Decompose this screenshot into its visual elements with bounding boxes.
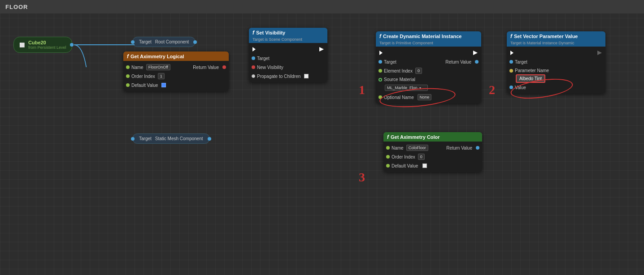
color-return-pin[interactable] bbox=[476, 146, 479, 150]
vector-param-pin[interactable] bbox=[509, 69, 513, 73]
get-axim-logical-header: f Get Aximmetry Logical bbox=[123, 52, 229, 61]
vector-target-label: Target bbox=[515, 60, 527, 64]
set-vector-param-node[interactable]: f Set Vector Parameter Value Target is M… bbox=[507, 31, 605, 94]
create-dyn-material-node[interactable]: f Create Dynamic Material Instance Targe… bbox=[376, 31, 481, 103]
visibility-exec-row bbox=[249, 45, 327, 54]
get-axim-logical-node[interactable]: f Get Aximmetry Logical Name FloorOnOff … bbox=[123, 52, 229, 91]
mesh-component-label: Static Mesh Component bbox=[155, 136, 203, 141]
color-name-value[interactable]: ColoFloor bbox=[406, 145, 428, 151]
vector-value-label: Value bbox=[515, 85, 526, 90]
mesh-target-label: Target bbox=[139, 136, 152, 141]
dyn-source-dropdown[interactable]: ML_Marble_Floo bbox=[385, 85, 428, 91]
visibility-new-row: New Visibility bbox=[249, 63, 327, 72]
set-visibility-subtitle: Target is Scene Component bbox=[249, 37, 327, 43]
root-target-label: Target bbox=[139, 39, 152, 44]
dyn-exec-in[interactable] bbox=[379, 51, 384, 55]
dyn-element-value[interactable]: 0 bbox=[415, 68, 422, 74]
dyn-target-pin[interactable] bbox=[379, 60, 382, 64]
create-dyn-title: Create Dynamic Material Instance bbox=[383, 34, 461, 39]
vector-param-label: Parameter Name bbox=[515, 68, 549, 73]
color-name-pin[interactable] bbox=[386, 146, 390, 150]
visibility-exec-in[interactable] bbox=[252, 47, 257, 52]
visibility-exec-out[interactable] bbox=[319, 47, 324, 52]
static-mesh-node[interactable]: Target Static Mesh Component bbox=[132, 133, 210, 144]
dyn-return-pin[interactable] bbox=[475, 60, 479, 64]
visibility-propagate-pin[interactable] bbox=[252, 74, 255, 78]
get-axim-color-header: f Get Aximmetry Color bbox=[383, 132, 482, 142]
dyn-source-pin[interactable] bbox=[379, 78, 382, 82]
color-name-label: Name bbox=[392, 146, 404, 150]
visibility-target-pin[interactable] bbox=[252, 56, 255, 60]
visibility-new-label: New Visibility bbox=[257, 65, 283, 70]
visibility-new-pin[interactable] bbox=[252, 65, 255, 69]
func-icon-color: f bbox=[387, 134, 389, 140]
color-order-value[interactable]: 0 bbox=[418, 154, 425, 160]
logical-order-pin[interactable] bbox=[126, 74, 130, 78]
dyn-source-label: Source Material bbox=[384, 77, 415, 82]
root-component-label: Root Component bbox=[155, 39, 189, 44]
get-axim-color-node[interactable]: f Get Aximmetry Color Name ColoFloor Ret… bbox=[383, 132, 482, 172]
vector-target-row: Target bbox=[507, 57, 605, 66]
vector-param-value[interactable]: Albedo Tint bbox=[516, 74, 545, 83]
cube20-output-pin[interactable] bbox=[70, 43, 74, 47]
mesh-output-pin[interactable] bbox=[208, 137, 211, 141]
logical-return-label: Return Value bbox=[193, 65, 219, 70]
visibility-propagate-checkbox[interactable] bbox=[304, 74, 309, 78]
logical-name-pin[interactable] bbox=[126, 65, 130, 69]
vector-value-row: Value bbox=[507, 83, 605, 92]
logical-default-pin[interactable] bbox=[126, 83, 130, 87]
logical-order-label: Order Index bbox=[131, 74, 155, 79]
logical-return-pin[interactable] bbox=[222, 65, 226, 69]
root-component-node[interactable]: Target Root Component bbox=[132, 37, 196, 47]
cube20-node[interactable]: ⬜ Cube20 from Persistent Level bbox=[13, 37, 72, 53]
set-vector-body: Target Parameter Name Albedo Tint Value bbox=[507, 47, 605, 94]
dyn-source-row: Source Material ML_Marble_Floo bbox=[376, 75, 481, 93]
dyn-optional-pin[interactable] bbox=[379, 95, 382, 99]
dyn-element-label: Element Index bbox=[384, 69, 413, 73]
vector-target-pin[interactable] bbox=[509, 60, 513, 64]
logical-default-checkbox[interactable] bbox=[161, 83, 166, 87]
set-visibility-header: f Set Visibility bbox=[249, 28, 327, 37]
logical-order-value[interactable]: 1 bbox=[158, 73, 165, 79]
title-bar: FLOOR bbox=[0, 0, 644, 13]
visibility-propagate-label: Propagate to Children bbox=[257, 74, 300, 79]
dyn-target-label: Target bbox=[384, 60, 396, 64]
color-order-pin[interactable] bbox=[386, 155, 390, 159]
vector-exec-in[interactable] bbox=[510, 51, 515, 55]
color-default-label: Default Value bbox=[392, 163, 418, 168]
dyn-optional-row: Optional Name None bbox=[376, 93, 481, 102]
logical-name-value[interactable]: FloorOnOff bbox=[146, 64, 170, 70]
color-default-pin[interactable] bbox=[386, 164, 390, 168]
dyn-exec-out[interactable] bbox=[473, 51, 478, 55]
logical-default-label: Default Value bbox=[131, 83, 158, 88]
vector-exec-out[interactable] bbox=[597, 51, 602, 55]
dyn-optional-label: Optional Name bbox=[384, 95, 414, 100]
vector-param-row: Parameter Name Albedo Tint bbox=[507, 66, 605, 83]
vector-exec-row bbox=[507, 48, 605, 57]
visibility-target-label: Target bbox=[257, 56, 270, 61]
title-bar-text: FLOOR bbox=[5, 4, 28, 10]
logical-order-row: Order Index 1 bbox=[123, 72, 229, 81]
color-default-row: Default Value bbox=[383, 161, 482, 170]
color-default-checkbox[interactable] bbox=[422, 163, 427, 168]
logical-name-label: Name bbox=[131, 65, 144, 70]
func-icon-visibility: f bbox=[252, 30, 254, 36]
get-axim-logical-title: Get Aximmetry Logical bbox=[131, 54, 184, 59]
dyn-return-label: Return Value bbox=[445, 60, 471, 64]
get-axim-color-title: Get Aximmetry Color bbox=[391, 134, 440, 140]
dyn-optional-value[interactable]: None bbox=[418, 94, 432, 100]
create-dyn-header: f Create Dynamic Material Instance bbox=[376, 31, 481, 41]
get-axim-color-body: Name ColoFloor Return Value Order Index … bbox=[383, 142, 482, 172]
vector-value-pin[interactable] bbox=[509, 86, 513, 89]
root-output-pin[interactable] bbox=[193, 40, 197, 44]
set-vector-title: Set Vector Parameter Value bbox=[514, 34, 578, 39]
logical-default-row: Default Value bbox=[123, 81, 229, 90]
color-return-label: Return Value bbox=[446, 146, 472, 150]
root-target-pin[interactable] bbox=[131, 40, 135, 44]
color-name-row: Name ColoFloor Return Value bbox=[383, 143, 482, 152]
set-visibility-node[interactable]: f Set Visibility Target is Scene Compone… bbox=[249, 28, 327, 82]
func-icon-dyn: f bbox=[379, 33, 381, 39]
dyn-target-row: Target Return Value bbox=[376, 57, 481, 66]
dyn-element-pin[interactable] bbox=[379, 69, 382, 73]
mesh-target-pin[interactable] bbox=[131, 137, 135, 141]
